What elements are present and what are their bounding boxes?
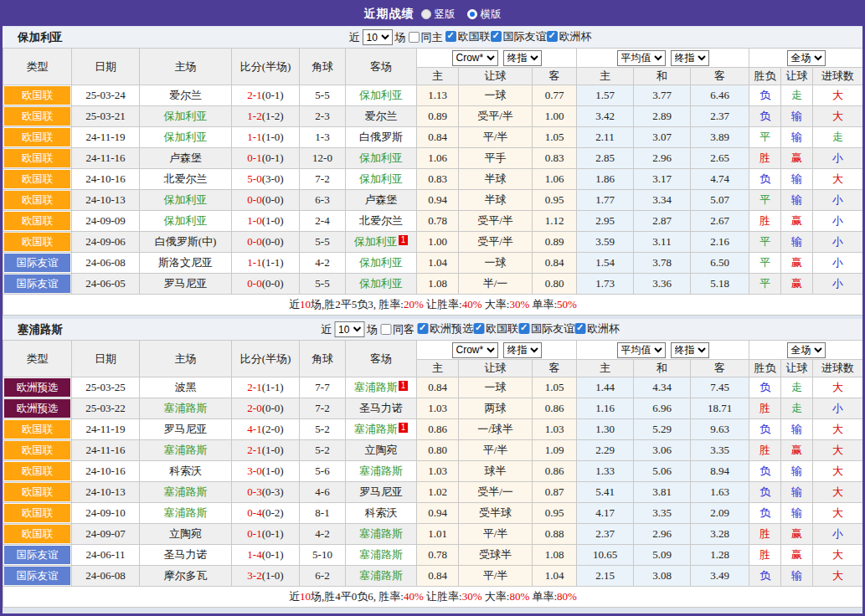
score-halftime: (0-1) xyxy=(262,151,284,164)
match-league-cell: 国际友谊 xyxy=(3,545,72,566)
league-badge: 欧国联 xyxy=(4,420,70,439)
result-wdl: 胜 xyxy=(749,545,781,566)
games-label: 场 xyxy=(367,322,378,337)
avg-stage-select[interactable]: 终指 xyxy=(671,50,709,66)
league-filter[interactable]: 欧洲杯 xyxy=(547,29,592,44)
league-filter[interactable]: 欧国联 xyxy=(473,321,518,336)
summary-segment: 近 xyxy=(289,590,300,603)
league-filter[interactable]: 欧洲杯 xyxy=(574,321,620,336)
same-venue-label: 同客 xyxy=(393,322,414,337)
same-venue-filter[interactable]: 同主 xyxy=(409,30,443,45)
match-rows: 欧洲预选25-03-25波黑2-1(1-1)7-7塞浦路斯10.84一球1.05… xyxy=(3,377,863,587)
layout-radio-option[interactable]: 竖版 xyxy=(421,8,456,22)
radio-checked-icon[interactable] xyxy=(467,9,477,19)
league-filter[interactable]: 欧国联 xyxy=(445,29,491,44)
summary-segment: 40% xyxy=(404,590,424,603)
same-venue-filter[interactable]: 同客 xyxy=(380,322,414,337)
result-wdl: 负 xyxy=(749,503,781,524)
corner-score: 7-7 xyxy=(300,377,346,398)
score-halftime: (1-0) xyxy=(262,465,284,477)
avg-draw: 3.07 xyxy=(634,127,691,148)
away-team: 科索沃 xyxy=(346,503,417,524)
corner-score: 5-5 xyxy=(300,274,346,295)
sub-col-result: 胜负 xyxy=(749,68,781,85)
league-filter[interactable]: 国际友谊 xyxy=(518,321,574,336)
away-team-name: 塞浦路斯 xyxy=(354,423,398,435)
sub-col-home-odds: 主 xyxy=(417,360,459,377)
match-count-select[interactable]: 10 xyxy=(334,321,364,337)
league-filter[interactable]: 国际友谊 xyxy=(491,29,547,44)
bookmaker-select[interactable]: Crow* xyxy=(452,342,498,358)
away-team: 卢森堡 xyxy=(346,190,417,211)
col-corner: 角球 xyxy=(300,49,346,85)
avg-away: 9.63 xyxy=(691,419,749,440)
odds-stage-select[interactable]: 终指 xyxy=(503,342,542,358)
layout-radio-group: 竖版横版 xyxy=(421,8,502,22)
radio-unchecked-icon[interactable] xyxy=(421,9,431,19)
layout-radio-option[interactable]: 横版 xyxy=(467,8,502,22)
filter-bar: 近 10 场 同主 欧国联国际友谊欧洲杯 xyxy=(349,29,592,46)
odds-away: 1.05 xyxy=(533,127,577,148)
avg-away: 1.63 xyxy=(691,482,749,503)
odds-handicap: 受平/半 xyxy=(459,232,533,253)
avg-away: 8.94 xyxy=(691,461,749,482)
avg-stage-select[interactable]: 终指 xyxy=(671,342,709,358)
checkbox-checked-icon[interactable] xyxy=(491,31,502,42)
league-badge: 欧国联 xyxy=(4,483,70,501)
match-count-select[interactable]: 10 xyxy=(363,29,393,45)
odds-away: 1.05 xyxy=(533,377,577,398)
checkbox-checked-icon[interactable] xyxy=(445,31,456,42)
scope-select[interactable]: 全场 xyxy=(787,50,826,66)
same-venue-checkbox[interactable] xyxy=(380,324,391,335)
avg-home: 1.57 xyxy=(577,85,634,106)
checkbox-checked-icon[interactable] xyxy=(547,31,558,42)
corner-score: 1-3 xyxy=(300,127,346,148)
score-halftime: (0-0) xyxy=(262,235,284,248)
score-halftime: (1-0) xyxy=(262,444,284,456)
checkbox-checked-icon[interactable] xyxy=(473,323,484,334)
away-team-name: 保加利亚 xyxy=(354,235,398,248)
league-filter[interactable]: 欧洲预选 xyxy=(417,321,473,336)
match-score: 1-4(0-1) xyxy=(232,545,300,566)
scope-select[interactable]: 全场 xyxy=(787,342,826,358)
avg-select[interactable]: 平均值 xyxy=(617,342,666,358)
corner-score: 2-3 xyxy=(300,106,346,127)
same-venue-checkbox[interactable] xyxy=(409,32,420,43)
result-handicap: 赢 xyxy=(781,274,813,295)
score-fulltime: 0-1 xyxy=(247,151,261,164)
away-team: 立陶宛 xyxy=(346,440,417,461)
corner-score: 7-2 xyxy=(300,169,346,190)
bookmaker-select[interactable]: Crow* xyxy=(452,50,498,66)
odds-handicap: 平手 xyxy=(459,148,533,169)
league-badge: 欧国联 xyxy=(4,107,70,126)
odds-away: 0.83 xyxy=(533,148,577,169)
checkbox-checked-icon[interactable] xyxy=(574,323,585,334)
summary-line: 近10场,胜4平0负6, 胜率:40% 让胜率:30% 大率:80% 单率:80… xyxy=(3,587,863,608)
checkbox-checked-icon[interactable] xyxy=(417,323,428,334)
league-filter-label: 国际友谊 xyxy=(503,29,547,44)
match-score: 0-0(0-0) xyxy=(232,190,300,211)
avg-select[interactable]: 平均值 xyxy=(617,50,666,66)
result-handicap: 赢 xyxy=(781,545,813,566)
result-goals: 大 xyxy=(813,169,863,190)
away-team: 保加利亚1 xyxy=(346,232,417,253)
away-team-name: 保加利亚 xyxy=(359,89,403,101)
home-team: 摩尔多瓦 xyxy=(140,566,232,587)
odds-away: 1.04 xyxy=(533,566,577,587)
avg-home: 3.59 xyxy=(577,232,634,253)
page-header: 近期战绩 竖版横版 xyxy=(3,3,862,26)
avg-draw: 3.34 xyxy=(634,190,691,211)
score-fulltime: 1-1 xyxy=(247,131,261,143)
result-goals: 大 xyxy=(813,106,863,127)
away-team: 保加利亚 xyxy=(346,274,417,295)
result-handicap: 赢 xyxy=(781,211,813,232)
avg-draw: 3.08 xyxy=(634,566,691,587)
home-team: 塞浦路斯 xyxy=(140,482,232,503)
match-date: 24-10-16 xyxy=(72,461,140,482)
checkbox-checked-icon[interactable] xyxy=(518,323,529,334)
match-date: 24-09-06 xyxy=(72,232,140,253)
match-date: 24-11-19 xyxy=(72,419,140,440)
odds-away: 0.89 xyxy=(533,232,577,253)
odds-stage-select[interactable]: 终指 xyxy=(503,50,542,66)
result-wdl: 负 xyxy=(749,377,781,398)
